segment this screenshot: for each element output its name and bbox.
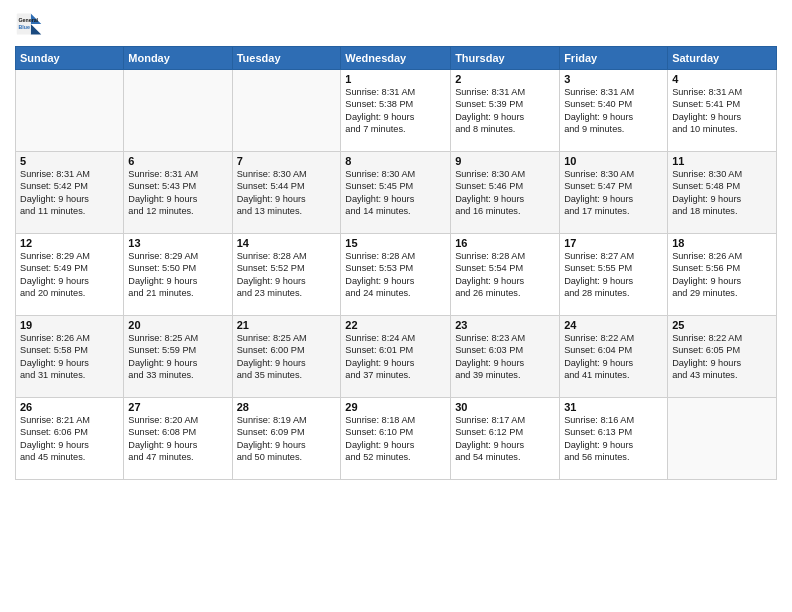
day-info: Sunrise: 8:24 AM Sunset: 6:01 PM Dayligh…	[345, 332, 446, 382]
day-number: 25	[672, 319, 772, 331]
weekday-header: Friday	[560, 47, 668, 70]
calendar-day-cell: 21Sunrise: 8:25 AM Sunset: 6:00 PM Dayli…	[232, 316, 341, 398]
day-info: Sunrise: 8:30 AM Sunset: 5:48 PM Dayligh…	[672, 168, 772, 218]
calendar-day-cell: 25Sunrise: 8:22 AM Sunset: 6:05 PM Dayli…	[668, 316, 777, 398]
calendar-day-cell: 28Sunrise: 8:19 AM Sunset: 6:09 PM Dayli…	[232, 398, 341, 480]
day-number: 27	[128, 401, 227, 413]
day-info: Sunrise: 8:29 AM Sunset: 5:49 PM Dayligh…	[20, 250, 119, 300]
calendar-day-cell: 4Sunrise: 8:31 AM Sunset: 5:41 PM Daylig…	[668, 70, 777, 152]
calendar-day-cell: 14Sunrise: 8:28 AM Sunset: 5:52 PM Dayli…	[232, 234, 341, 316]
weekday-header: Saturday	[668, 47, 777, 70]
calendar-day-cell: 24Sunrise: 8:22 AM Sunset: 6:04 PM Dayli…	[560, 316, 668, 398]
day-info: Sunrise: 8:31 AM Sunset: 5:38 PM Dayligh…	[345, 86, 446, 136]
logo: General Blue	[15, 10, 47, 38]
calendar-day-cell: 12Sunrise: 8:29 AM Sunset: 5:49 PM Dayli…	[16, 234, 124, 316]
day-info: Sunrise: 8:26 AM Sunset: 5:56 PM Dayligh…	[672, 250, 772, 300]
day-info: Sunrise: 8:17 AM Sunset: 6:12 PM Dayligh…	[455, 414, 555, 464]
calendar-table: SundayMondayTuesdayWednesdayThursdayFrid…	[15, 46, 777, 480]
day-number: 1	[345, 73, 446, 85]
calendar-day-cell: 26Sunrise: 8:21 AM Sunset: 6:06 PM Dayli…	[16, 398, 124, 480]
calendar-week-row: 26Sunrise: 8:21 AM Sunset: 6:06 PM Dayli…	[16, 398, 777, 480]
weekday-header: Monday	[124, 47, 232, 70]
weekday-header: Tuesday	[232, 47, 341, 70]
day-number: 3	[564, 73, 663, 85]
calendar-day-cell: 20Sunrise: 8:25 AM Sunset: 5:59 PM Dayli…	[124, 316, 232, 398]
day-number: 8	[345, 155, 446, 167]
day-info: Sunrise: 8:30 AM Sunset: 5:46 PM Dayligh…	[455, 168, 555, 218]
calendar-week-row: 1Sunrise: 8:31 AM Sunset: 5:38 PM Daylig…	[16, 70, 777, 152]
day-info: Sunrise: 8:31 AM Sunset: 5:42 PM Dayligh…	[20, 168, 119, 218]
calendar-day-cell: 30Sunrise: 8:17 AM Sunset: 6:12 PM Dayli…	[451, 398, 560, 480]
day-number: 14	[237, 237, 337, 249]
calendar-week-row: 5Sunrise: 8:31 AM Sunset: 5:42 PM Daylig…	[16, 152, 777, 234]
day-info: Sunrise: 8:28 AM Sunset: 5:53 PM Dayligh…	[345, 250, 446, 300]
calendar-day-cell: 5Sunrise: 8:31 AM Sunset: 5:42 PM Daylig…	[16, 152, 124, 234]
day-info: Sunrise: 8:20 AM Sunset: 6:08 PM Dayligh…	[128, 414, 227, 464]
page: General Blue SundayMondayTuesdayWednesda…	[0, 0, 792, 612]
day-number: 13	[128, 237, 227, 249]
header: General Blue	[15, 10, 777, 38]
weekday-header: Sunday	[16, 47, 124, 70]
calendar-day-cell	[232, 70, 341, 152]
day-info: Sunrise: 8:30 AM Sunset: 5:47 PM Dayligh…	[564, 168, 663, 218]
day-info: Sunrise: 8:25 AM Sunset: 5:59 PM Dayligh…	[128, 332, 227, 382]
day-number: 5	[20, 155, 119, 167]
calendar-day-cell: 13Sunrise: 8:29 AM Sunset: 5:50 PM Dayli…	[124, 234, 232, 316]
day-info: Sunrise: 8:28 AM Sunset: 5:54 PM Dayligh…	[455, 250, 555, 300]
calendar-day-cell: 15Sunrise: 8:28 AM Sunset: 5:53 PM Dayli…	[341, 234, 451, 316]
day-info: Sunrise: 8:18 AM Sunset: 6:10 PM Dayligh…	[345, 414, 446, 464]
day-number: 26	[20, 401, 119, 413]
day-number: 4	[672, 73, 772, 85]
day-number: 20	[128, 319, 227, 331]
day-number: 23	[455, 319, 555, 331]
calendar-day-cell	[16, 70, 124, 152]
day-info: Sunrise: 8:25 AM Sunset: 6:00 PM Dayligh…	[237, 332, 337, 382]
day-info: Sunrise: 8:31 AM Sunset: 5:41 PM Dayligh…	[672, 86, 772, 136]
day-number: 18	[672, 237, 772, 249]
day-number: 30	[455, 401, 555, 413]
day-info: Sunrise: 8:19 AM Sunset: 6:09 PM Dayligh…	[237, 414, 337, 464]
day-number: 31	[564, 401, 663, 413]
calendar-day-cell: 18Sunrise: 8:26 AM Sunset: 5:56 PM Dayli…	[668, 234, 777, 316]
logo-icon: General Blue	[15, 10, 43, 38]
calendar-day-cell: 17Sunrise: 8:27 AM Sunset: 5:55 PM Dayli…	[560, 234, 668, 316]
calendar-day-cell: 31Sunrise: 8:16 AM Sunset: 6:13 PM Dayli…	[560, 398, 668, 480]
day-number: 19	[20, 319, 119, 331]
day-number: 17	[564, 237, 663, 249]
calendar-day-cell: 9Sunrise: 8:30 AM Sunset: 5:46 PM Daylig…	[451, 152, 560, 234]
day-info: Sunrise: 8:26 AM Sunset: 5:58 PM Dayligh…	[20, 332, 119, 382]
day-number: 15	[345, 237, 446, 249]
svg-text:General: General	[19, 17, 39, 23]
svg-text:Blue: Blue	[19, 24, 30, 30]
calendar-day-cell: 29Sunrise: 8:18 AM Sunset: 6:10 PM Dayli…	[341, 398, 451, 480]
calendar-day-cell: 10Sunrise: 8:30 AM Sunset: 5:47 PM Dayli…	[560, 152, 668, 234]
calendar-day-cell	[124, 70, 232, 152]
day-number: 21	[237, 319, 337, 331]
weekday-header: Thursday	[451, 47, 560, 70]
day-number: 2	[455, 73, 555, 85]
weekday-header: Wednesday	[341, 47, 451, 70]
day-info: Sunrise: 8:28 AM Sunset: 5:52 PM Dayligh…	[237, 250, 337, 300]
calendar-day-cell: 23Sunrise: 8:23 AM Sunset: 6:03 PM Dayli…	[451, 316, 560, 398]
day-number: 11	[672, 155, 772, 167]
day-number: 12	[20, 237, 119, 249]
day-info: Sunrise: 8:30 AM Sunset: 5:45 PM Dayligh…	[345, 168, 446, 218]
day-info: Sunrise: 8:16 AM Sunset: 6:13 PM Dayligh…	[564, 414, 663, 464]
day-info: Sunrise: 8:23 AM Sunset: 6:03 PM Dayligh…	[455, 332, 555, 382]
day-info: Sunrise: 8:21 AM Sunset: 6:06 PM Dayligh…	[20, 414, 119, 464]
day-info: Sunrise: 8:29 AM Sunset: 5:50 PM Dayligh…	[128, 250, 227, 300]
calendar-day-cell	[668, 398, 777, 480]
calendar-week-row: 12Sunrise: 8:29 AM Sunset: 5:49 PM Dayli…	[16, 234, 777, 316]
calendar-day-cell: 8Sunrise: 8:30 AM Sunset: 5:45 PM Daylig…	[341, 152, 451, 234]
day-number: 28	[237, 401, 337, 413]
day-number: 10	[564, 155, 663, 167]
calendar-day-cell: 27Sunrise: 8:20 AM Sunset: 6:08 PM Dayli…	[124, 398, 232, 480]
day-number: 24	[564, 319, 663, 331]
day-number: 6	[128, 155, 227, 167]
day-info: Sunrise: 8:22 AM Sunset: 6:05 PM Dayligh…	[672, 332, 772, 382]
day-number: 7	[237, 155, 337, 167]
calendar-day-cell: 2Sunrise: 8:31 AM Sunset: 5:39 PM Daylig…	[451, 70, 560, 152]
calendar-day-cell: 6Sunrise: 8:31 AM Sunset: 5:43 PM Daylig…	[124, 152, 232, 234]
day-info: Sunrise: 8:31 AM Sunset: 5:43 PM Dayligh…	[128, 168, 227, 218]
day-number: 16	[455, 237, 555, 249]
